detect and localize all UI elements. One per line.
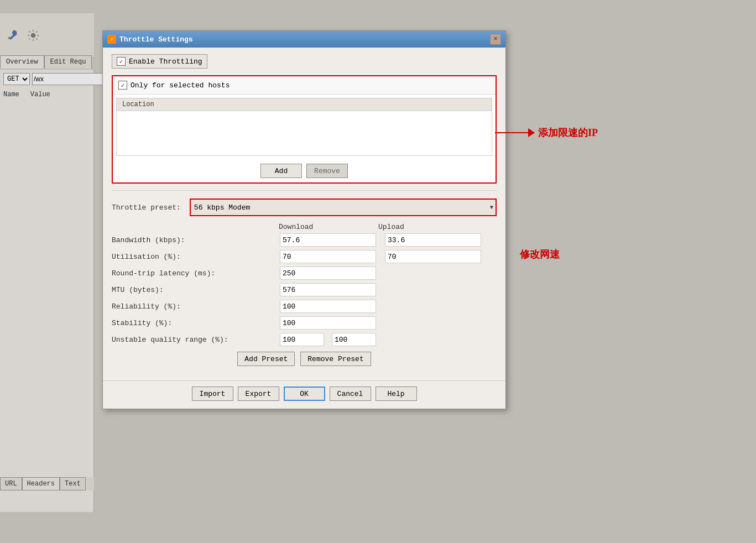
preset-select-wrapper: 56 kbps Modem GPRS 3G DSL Broadband No T…	[190, 199, 497, 216]
hosts-buttons: Add Remove	[113, 159, 496, 182]
ip-annotation-text: 添加限速的IP	[538, 126, 598, 139]
annotation-ip: 添加限速的IP	[495, 126, 598, 139]
dialog-titlebar: ⚡ Throttle Settings ×	[103, 31, 505, 48]
hosts-header: Only for selected hosts	[113, 76, 496, 95]
latency-download-input[interactable]	[280, 267, 376, 280]
speed-annotation-text: 修改网速	[520, 248, 560, 261]
remove-host-button[interactable]: Remove	[306, 164, 348, 178]
reliability-label: Reliability (%):	[112, 302, 275, 311]
hosts-table-header: Location	[117, 98, 492, 111]
latency-label: Round-trip latency (ms):	[112, 269, 275, 278]
stability-download-input[interactable]	[280, 316, 376, 330]
enable-throttling-checkbox[interactable]	[117, 57, 126, 66]
ip-arrow	[495, 128, 535, 137]
help-button[interactable]: Help	[376, 387, 417, 401]
unstable-val1-input[interactable]	[280, 333, 324, 346]
field-column-headers: Download Upload	[112, 223, 497, 231]
remove-preset-button[interactable]: Remove Preset	[300, 352, 371, 366]
unstable-label: Unstable quality range (%):	[112, 336, 275, 344]
dialog-footer: Import Export OK Cancel Help	[103, 380, 505, 409]
location-column-header: Location	[122, 101, 154, 108]
enable-throttling-label: Enable Throttling	[129, 58, 202, 66]
preset-select[interactable]: 56 kbps Modem GPRS 3G DSL Broadband No T…	[191, 200, 496, 215]
reliability-download-input[interactable]	[280, 300, 376, 313]
cancel-button[interactable]: Cancel	[330, 387, 371, 401]
mtu-download-input[interactable]	[280, 283, 376, 296]
unstable-row: Unstable quality range (%):	[112, 333, 497, 346]
enable-throttling-row: Enable Throttling	[112, 54, 207, 69]
bandwidth-row: Bandwidth (kbps):	[112, 233, 497, 247]
add-host-button[interactable]: Add	[260, 164, 302, 178]
reliability-row: Reliability (%):	[112, 300, 497, 313]
hosts-table: Location	[116, 98, 492, 156]
ok-button[interactable]: OK	[284, 387, 325, 401]
dialog-title: Throttle Settings	[119, 35, 193, 44]
divider	[112, 190, 497, 191]
dialog-title-left: ⚡ Throttle Settings	[107, 35, 193, 44]
stability-label: Stability (%):	[112, 319, 275, 327]
hosts-table-body	[117, 111, 492, 155]
annotation-speed: 修改网速	[520, 248, 560, 261]
bandwidth-upload-input[interactable]	[385, 233, 481, 247]
only-hosts-label: Only for selected hosts	[131, 81, 230, 90]
latency-row: Round-trip latency (ms):	[112, 267, 497, 280]
preset-label: Throttle preset:	[112, 203, 181, 212]
dialog-content: Enable Throttling Only for selected host…	[103, 48, 505, 378]
mtu-label: MTU (bytes):	[112, 286, 275, 294]
export-button[interactable]: Export	[238, 387, 279, 401]
throttle-settings-dialog: ⚡ Throttle Settings × Enable Throttling …	[102, 30, 506, 409]
preset-row: Throttle preset: 56 kbps Modem GPRS 3G D…	[112, 199, 497, 216]
hosts-section: Only for selected hosts Location Add Rem…	[112, 75, 497, 184]
import-button[interactable]: Import	[192, 387, 233, 401]
dialog-icon: ⚡	[107, 35, 116, 44]
only-hosts-checkbox[interactable]	[118, 81, 127, 90]
download-col-header: Download	[275, 223, 375, 231]
utilisation-download-input[interactable]	[280, 250, 376, 263]
stability-row: Stability (%):	[112, 316, 497, 330]
preset-buttons: Add Preset Remove Preset	[112, 352, 497, 366]
bandwidth-download-input[interactable]	[280, 233, 376, 247]
bandwidth-label: Bandwidth (kbps):	[112, 236, 275, 244]
unstable-val2-input[interactable]	[332, 333, 376, 346]
utilisation-row: Utilisation (%):	[112, 250, 497, 263]
upload-col-header: Upload	[375, 223, 475, 231]
close-button[interactable]: ×	[490, 34, 501, 45]
utilisation-upload-input[interactable]	[385, 250, 481, 263]
mtu-row: MTU (bytes):	[112, 283, 497, 296]
add-preset-button[interactable]: Add Preset	[237, 352, 295, 366]
utilisation-label: Utilisation (%):	[112, 253, 275, 261]
